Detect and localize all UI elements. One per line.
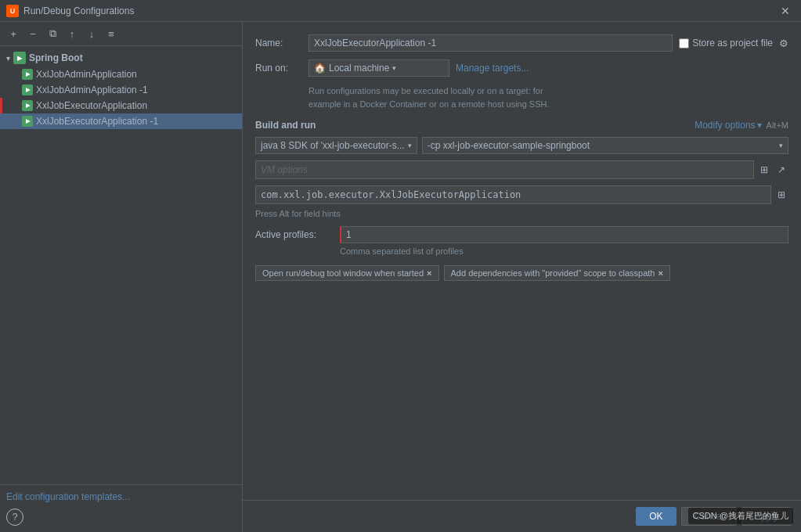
chips-row: Open run/debug tool window when started … (255, 265, 788, 281)
app-icon: U (6, 5, 19, 17)
add-config-button[interactable]: + (5, 25, 22, 42)
vm-options-row: ⊞ ↗ (255, 160, 788, 179)
right-panel: Name: Store as project file ⚙ Run on: 🏠 … (243, 22, 801, 532)
run-on-value: Local machine (329, 63, 389, 74)
open-vm-options-button[interactable]: ↗ (774, 163, 788, 177)
build-run-header: Build and run Modify options ▾ Alt+M (255, 120, 788, 131)
gear-icon[interactable]: ⚙ (779, 38, 788, 49)
left-panel: + − ⧉ ↑ ↓ ≡ ▾ ▶ Spring Boot ▶ XxlJobAdmi… (0, 22, 243, 532)
dialog-title: Run/Debug Configurations (23, 5, 134, 16)
vm-options-input[interactable] (255, 160, 754, 179)
move-down-button[interactable]: ↓ (83, 25, 100, 42)
active-profiles-hint: Comma separated list of profiles (340, 246, 788, 256)
chevron-down-icon: ▾ (757, 120, 762, 131)
sdk-dropdown[interactable]: java 8 SDK of 'xxl-job-executor-s... ▾ (255, 137, 417, 154)
config-icon: ▶ (22, 84, 33, 95)
classpath-value: -cp xxl-job-executor-sample-springboot (428, 140, 590, 151)
chevron-down-icon: ▾ (392, 64, 396, 72)
chip-close-button[interactable]: × (658, 268, 663, 278)
name-row: Name: Store as project file ⚙ (255, 34, 788, 52)
item-label: XxlJobExecutorApplication (36, 100, 147, 111)
left-panel-bottom: Edit configuration templates... ? (0, 484, 242, 532)
expand-vm-options-button[interactable]: ⊞ (757, 163, 771, 177)
copy-config-button[interactable]: ⧉ (44, 25, 61, 42)
chip-label: Add dependencies with "provided" scope t… (451, 268, 655, 278)
item-label: XxlJobExecutorApplication -1 (36, 116, 158, 127)
sdk-classpath-row: java 8 SDK of 'xxl-job-executor-s... ▾ -… (255, 137, 788, 154)
main-class-row: ⊞ (255, 185, 788, 204)
title-bar: U Run/Debug Configurations ✕ (0, 0, 801, 22)
config-icon: ▶ (22, 69, 33, 80)
close-button[interactable]: ✕ (776, 3, 795, 19)
store-as-project-checkbox[interactable] (679, 38, 689, 49)
tree-item-xxljobexecutor-1[interactable]: ▶ XxlJobExecutorApplication -1 (0, 113, 242, 129)
modify-options-link[interactable]: Modify options ▾ (695, 120, 761, 131)
chevron-down-icon: ▾ (779, 142, 783, 149)
config-icon: ▶ (22, 100, 33, 111)
press-alt-hint: Press Alt for field hints (255, 209, 788, 218)
left-toolbar: + − ⧉ ↑ ↓ ≡ (0, 22, 242, 46)
sort-button[interactable]: ≡ (103, 25, 120, 42)
store-as-project-label: Store as project file (679, 38, 773, 49)
chevron-down-icon: ▾ (408, 142, 412, 149)
run-on-dropdown[interactable]: 🏠 Local machine ▾ (308, 59, 449, 77)
shortcut-hint: Alt+M (767, 120, 788, 130)
edit-config-templates-link[interactable]: Edit configuration templates... (6, 491, 130, 502)
configuration-tree: ▾ ▶ Spring Boot ▶ XxlJobAdminApplication… (0, 46, 242, 484)
chip-add-dependencies: Add dependencies with "provided" scope t… (444, 265, 670, 281)
chip-label: Open run/debug tool window when started (262, 268, 424, 278)
tree-item-xxljobadmin[interactable]: ▶ XxlJobAdminApplication (0, 66, 242, 82)
chip-close-button[interactable]: × (427, 268, 431, 278)
spring-boot-label: Spring Boot (29, 52, 83, 63)
tree-item-xxljobadmin-1[interactable]: ▶ XxlJobAdminApplication -1 (0, 82, 242, 98)
ok-button[interactable]: OK (636, 507, 676, 526)
home-icon: 🏠 (314, 63, 326, 74)
sdk-value: java 8 SDK of 'xxl-job-executor-s... (261, 140, 405, 151)
main-class-input[interactable] (255, 185, 771, 204)
item-label: XxlJobAdminApplication -1 (36, 84, 148, 95)
move-up-button[interactable]: ↑ (63, 25, 81, 42)
run-on-row: Run on: 🏠 Local machine ▾ Manage targets… (255, 59, 788, 77)
tree-item-xxljobexecutor[interactable]: ▶ XxlJobExecutorApplication (0, 98, 242, 113)
name-input[interactable] (308, 34, 673, 52)
build-and-run-title: Build and run (255, 120, 316, 131)
active-profiles-row: Active profiles: (255, 226, 788, 243)
remove-config-button[interactable]: − (24, 25, 41, 42)
chevron-down-icon: ▾ (6, 54, 10, 63)
expand-main-class-button[interactable]: ⊞ (774, 188, 788, 202)
item-label: XxlJobAdminApplication (36, 69, 137, 80)
active-profiles-input[interactable] (340, 226, 788, 243)
main-container: + − ⧉ ↑ ↓ ≡ ▾ ▶ Spring Boot ▶ XxlJobAdmi… (0, 22, 801, 532)
watermark: CSDN @拽着尾巴的鱼儿 (688, 508, 793, 524)
run-on-label: Run on: (255, 63, 302, 74)
classpath-dropdown[interactable]: -cp xxl-job-executor-sample-springboot ▾ (422, 137, 788, 154)
chip-open-run-debug: Open run/debug tool window when started … (255, 265, 439, 281)
active-profiles-label: Active profiles: (255, 229, 334, 240)
help-button[interactable]: ? (6, 509, 23, 526)
config-icon: ▶ (22, 116, 33, 127)
spring-boot-icon: ▶ (13, 52, 26, 64)
spring-boot-group[interactable]: ▾ ▶ Spring Boot (0, 49, 242, 66)
manage-targets-link[interactable]: Manage targets... (456, 63, 529, 74)
config-form: Name: Store as project file ⚙ Run on: 🏠 … (243, 22, 801, 500)
name-label: Name: (255, 38, 302, 49)
info-text: Run configurations may be executed local… (308, 84, 788, 110)
